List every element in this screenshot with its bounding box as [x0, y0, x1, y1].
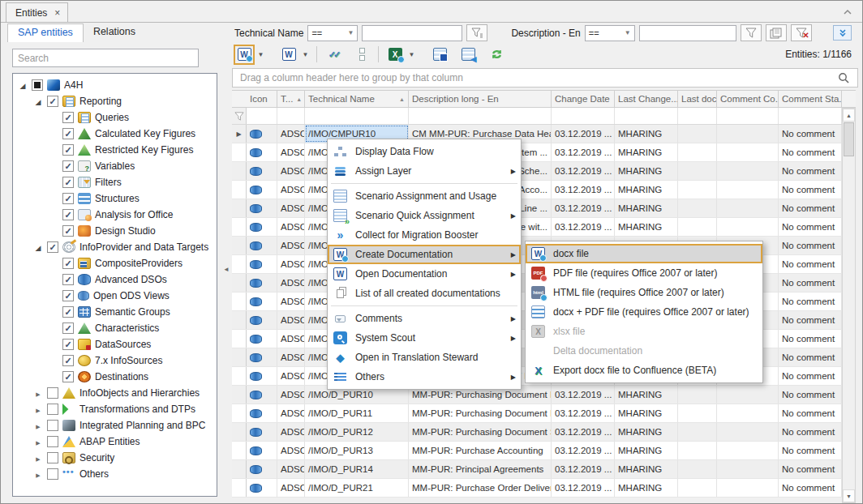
- context-menu-item[interactable]: Create Documentation ▶: [328, 245, 521, 264]
- submenu-item[interactable]: Delta documentation ▶: [526, 341, 762, 361]
- table-row[interactable]: ADSO /IMO/D_PUR21 MM-PUR: Purchase Order…: [232, 479, 856, 498]
- tree-expander-icon[interactable]: [33, 96, 43, 107]
- submenu-item[interactable]: docx + PDF file (requires Office 2007 or…: [526, 302, 762, 322]
- tree-checkbox[interactable]: [62, 128, 74, 139]
- tree-checkbox[interactable]: [62, 112, 74, 123]
- export-excel-dropdown[interactable]: ▼: [406, 51, 417, 58]
- submenu-item[interactable]: docx file ▶: [526, 244, 762, 263]
- tree-checkbox[interactable]: [47, 452, 58, 463]
- technical-name-cell[interactable]: /IMO/D_PUR21: [305, 479, 409, 497]
- collapse-left-icon[interactable]: ◄: [223, 266, 230, 273]
- tree-item[interactable]: Advanced DSOs: [13, 271, 217, 288]
- tab-entities[interactable]: Entities ×: [6, 2, 68, 22]
- column-header[interactable]: Last doc. ▲: [678, 91, 717, 107]
- group-by-bar[interactable]: Drag a column header here to group by th…: [232, 68, 858, 88]
- context-menu-item[interactable]: Open in Translation Steward ▶: [328, 348, 521, 367]
- filter-cell[interactable]: [409, 108, 552, 124]
- context-menu-item[interactable]: Display Data Flow ▶: [328, 142, 521, 161]
- tree-checkbox[interactable]: [62, 177, 74, 188]
- tree-item[interactable]: CompositeProviders: [13, 255, 217, 271]
- refresh-button[interactable]: [486, 45, 507, 65]
- close-icon[interactable]: ×: [54, 7, 60, 19]
- search-icon[interactable]: [838, 72, 850, 84]
- tree-item[interactable]: Integrated Planning and BPC: [13, 417, 217, 434]
- filter-cell[interactable]: [779, 108, 842, 124]
- technical-name-cell[interactable]: /IMO/D_PUR11: [305, 404, 409, 422]
- tree-item[interactable]: Variables: [13, 158, 217, 174]
- submenu-item[interactable]: xlsx file ▶: [526, 322, 762, 341]
- context-menu-item[interactable]: Others ▶: [328, 367, 521, 387]
- scroll-up-icon[interactable]: ▲: [843, 109, 855, 122]
- context-menu-item[interactable]: Open Documentation ▶: [328, 264, 521, 284]
- tree-item[interactable]: 7.x InfoSources: [13, 352, 217, 369]
- tree-item[interactable]: InfoProvider and Data Targets: [13, 239, 217, 255]
- collapse-panel-icon[interactable]: [843, 4, 852, 19]
- tree-checkbox[interactable]: [47, 96, 58, 107]
- panel-splitter[interactable]: ◄: [221, 23, 230, 503]
- open-docx-button[interactable]: [278, 45, 299, 65]
- tree-item[interactable]: Characteristics: [13, 320, 217, 336]
- filter-cell[interactable]: [678, 108, 717, 124]
- tree-expander-icon[interactable]: [33, 436, 43, 447]
- column-header[interactable]: Icon ▲: [247, 91, 277, 107]
- restore-grid-layout-button[interactable]: [457, 45, 479, 65]
- tree-item[interactable]: DataSources: [13, 336, 217, 352]
- tree-item[interactable]: Analysis for Office: [13, 207, 217, 223]
- check-all-button[interactable]: [323, 45, 344, 65]
- description-filter-input[interactable]: [639, 25, 736, 41]
- tree-item[interactable]: Structures: [13, 190, 217, 207]
- context-menu-item[interactable]: Comments ▶: [328, 309, 521, 328]
- tree-item[interactable]: A4H: [13, 77, 217, 93]
- tree-item[interactable]: InfoObjects and Hierarchies: [13, 385, 217, 401]
- table-row[interactable]: ADSO /IMO... e wit... 03.12.2019 ... MHA…: [232, 218, 856, 237]
- table-row[interactable]: ADSO /IMO/D_PUR12 MM-PUR: Purchasing Doc…: [232, 423, 856, 442]
- export-excel-button[interactable]: [384, 45, 406, 65]
- tree-checkbox[interactable]: [62, 209, 74, 220]
- tree-checkbox[interactable]: [62, 290, 74, 301]
- tree-item[interactable]: Design Studio: [13, 223, 217, 239]
- column-header[interactable]: T... ▲: [277, 91, 305, 107]
- tree-checkbox[interactable]: [62, 322, 74, 334]
- submenu-item[interactable]: Export docx file to Confluence (BETA) ▶: [526, 361, 762, 380]
- tree-checkbox[interactable]: [62, 193, 74, 204]
- vertical-scrollbar[interactable]: ▲ ▼: [842, 108, 856, 503]
- tree-item[interactable]: Security: [13, 450, 217, 466]
- tree-checkbox[interactable]: [62, 225, 74, 237]
- tree-checkbox[interactable]: [62, 258, 74, 269]
- tree-item[interactable]: ABAP Entities: [13, 434, 217, 450]
- tree-checkbox[interactable]: [62, 160, 74, 172]
- tree-checkbox[interactable]: [62, 306, 74, 318]
- table-row[interactable]: ADSO /IMO... Sche... 03.12.2019 ... MHAR…: [232, 162, 856, 181]
- clear-filter-button[interactable]: ✕: [791, 24, 812, 41]
- tree-item[interactable]: Destinations: [13, 369, 217, 385]
- tree-expander-icon[interactable]: [18, 79, 28, 91]
- tree-expander-icon[interactable]: [33, 241, 43, 253]
- context-menu-item[interactable]: Collect for Migration Booster ▶: [328, 225, 521, 245]
- tree-checkbox[interactable]: [47, 387, 58, 399]
- tree-checkbox[interactable]: [47, 468, 58, 480]
- tree-item[interactable]: Restricted Key Figures: [13, 142, 217, 158]
- column-header[interactable]: Comment Co... ▲: [717, 91, 779, 107]
- context-menu-item[interactable]: Scenario Quick Assignment ▶: [328, 206, 521, 225]
- tree-item[interactable]: Semantic Groups: [13, 304, 217, 320]
- tree-checkbox[interactable]: [47, 241, 58, 253]
- scrollbar-thumb[interactable]: [844, 122, 854, 156]
- tab-sap-entities[interactable]: SAP entities: [7, 23, 84, 42]
- technical-name-operator-select[interactable]: == ▼: [307, 25, 358, 41]
- filter-cell[interactable]: [717, 108, 779, 124]
- open-docx-dropdown[interactable]: ▼: [300, 51, 311, 58]
- apply-filter-button[interactable]: [741, 24, 762, 41]
- table-row[interactable]: ADSO /IMO/D_PUR14 MM-PUR: Principal Agre…: [232, 460, 856, 479]
- context-menu-item[interactable]: Assign Layer ▶: [328, 161, 521, 181]
- context-menu-item[interactable]: System Scout ▶: [328, 328, 521, 348]
- filter-cell[interactable]: [615, 108, 678, 124]
- tree-item[interactable]: Calculated Key Figures: [13, 126, 217, 142]
- tree-item[interactable]: Transformations and DTPs: [13, 401, 217, 417]
- technical-name-filter-input[interactable]: [362, 25, 462, 41]
- technical-name-cell[interactable]: /IMO/D_PUR12: [305, 423, 409, 441]
- filter-editor-button[interactable]: [766, 24, 787, 41]
- table-row[interactable]: ADSO /IMO... : Line ... 03.12.2019 ... M…: [232, 199, 856, 218]
- column-header[interactable]: Description long - En ▲: [409, 91, 552, 107]
- filter-cell[interactable]: [247, 108, 277, 124]
- tree-item[interactable]: Queries: [13, 109, 217, 126]
